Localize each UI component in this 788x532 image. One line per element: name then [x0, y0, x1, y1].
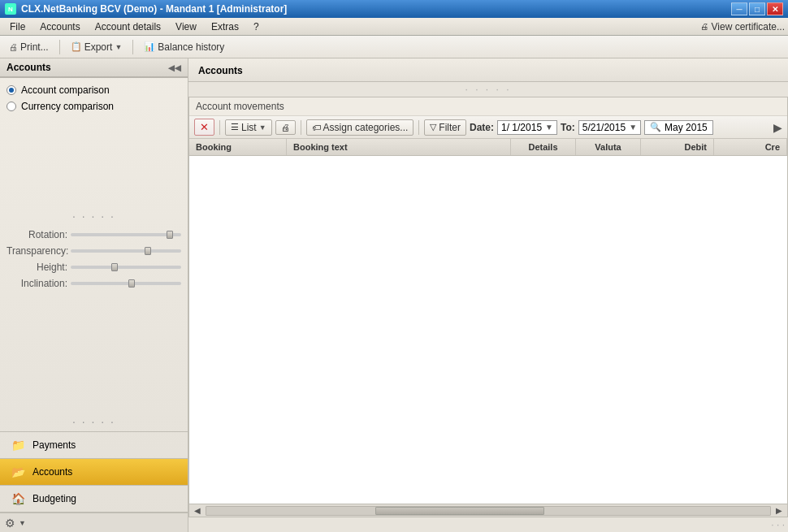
date-to-input[interactable]: 5/21/2015 ▼ [578, 120, 641, 135]
window-controls[interactable]: ─ □ ✕ [731, 2, 783, 15]
divider-dots-1: · · · · · [0, 206, 188, 226]
menu-view[interactable]: View [169, 19, 203, 34]
nav-item-payments[interactable]: 📁 Payments [0, 432, 188, 459]
minimize-button[interactable]: ─ [731, 2, 747, 15]
radio-account-comparison[interactable]: Account comparison [6, 84, 181, 96]
slider-rotation: Rotation: [6, 229, 181, 240]
scroll-left-button[interactable]: ◀ [191, 506, 204, 515]
rotation-track[interactable] [71, 233, 181, 236]
date-section: Date: 1/ 1/2015 ▼ To: 5/21/2015 ▼ 🔍 May … [470, 120, 713, 135]
radio-label-currency: Currency comparison [21, 101, 114, 112]
month-display[interactable]: 🔍 May 2015 [644, 120, 713, 135]
filter-icon: ▽ [430, 122, 436, 132]
export-dropdown-icon[interactable]: ▼ [115, 43, 122, 51]
radio-circle-account[interactable] [6, 85, 16, 95]
payments-icon: 📁 [10, 439, 26, 452]
maximize-button[interactable]: □ [749, 2, 765, 15]
filter-label: Filter [439, 122, 461, 133]
height-label: Height: [6, 262, 67, 273]
mov-sep-2 [301, 120, 301, 135]
app-icon: N [5, 3, 16, 15]
search-month-icon: 🔍 [650, 122, 661, 132]
gear-dropdown-icon[interactable]: ▼ [19, 519, 26, 527]
menu-accounts[interactable]: Accounts [33, 19, 86, 34]
inclination-thumb[interactable] [128, 279, 135, 288]
panel-collapse-icon[interactable]: ◀◀ [168, 63, 181, 72]
transparency-thumb[interactable] [145, 247, 151, 255]
balance-history-icon: 📊 [144, 41, 155, 52]
payments-folder-icon: 📁 [11, 439, 25, 452]
menu-help[interactable]: ? [247, 19, 266, 34]
certificate-icon: 🖨 [700, 22, 708, 31]
scroll-thumb[interactable] [375, 507, 544, 515]
date-label: Date: [470, 122, 494, 133]
rotation-thumb[interactable] [167, 231, 173, 239]
view-certificate-btn[interactable]: 🖨 View certificate... [700, 21, 785, 32]
nav-item-budgeting[interactable]: 🏠 Budgeting [0, 486, 188, 513]
slider-height: Height: [6, 262, 181, 273]
table-header: Booking Booking text Details Valuta Debi… [189, 139, 787, 156]
list-dropdown-icon[interactable]: ▼ [259, 123, 266, 132]
height-track[interactable] [71, 266, 181, 269]
balance-history-button[interactable]: 📊 Balance history [138, 39, 230, 55]
toolbar-separator-2 [132, 40, 133, 54]
accounts-nav-label: Accounts [32, 466, 72, 478]
title-text: CLX.NetBanking BCV (Demo) - Mandant 1 [A… [21, 3, 287, 15]
assign-categories-button[interactable]: 🏷 Assign categories... [306, 119, 414, 136]
right-panel-title: Accounts [198, 65, 243, 76]
radio-currency-comparison[interactable]: Currency comparison [6, 101, 181, 112]
date-from-input[interactable]: 1/ 1/2015 ▼ [497, 120, 557, 135]
right-dots-separator: · · · · · [188, 82, 788, 97]
slider-transparency: Transparency: [6, 245, 181, 257]
list-button[interactable]: ☰ List ▼ [225, 119, 272, 136]
scroll-right-icon[interactable]: ▶ [773, 121, 782, 134]
panel-title: Accounts [6, 62, 51, 73]
filter-button[interactable]: ▽ Filter [424, 119, 466, 136]
inclination-label: Inclination: [6, 278, 67, 289]
radio-label-account: Account comparison [21, 84, 110, 96]
account-movements-panel: Account movements ✕ ☰ List ▼ 🖨 [188, 97, 788, 517]
scroll-track[interactable] [206, 506, 771, 516]
close-button[interactable]: ✕ [767, 2, 783, 15]
print-button[interactable]: 🖨 Print... [3, 39, 54, 55]
date-to-dropdown-icon[interactable]: ▼ [629, 123, 637, 132]
nav-item-accounts[interactable]: 📂 Accounts [0, 459, 188, 486]
radio-circle-currency[interactable] [6, 102, 16, 111]
list-label: List [241, 122, 257, 133]
menu-extras[interactable]: Extras [205, 19, 245, 34]
th-debit: Debit [641, 139, 714, 155]
horizontal-scrollbar[interactable]: ◀ ▶ [189, 504, 787, 517]
payments-label: Payments [32, 439, 76, 451]
inclination-track[interactable] [71, 282, 181, 285]
assign-label: Assign categories... [323, 122, 409, 133]
to-label: To: [561, 122, 575, 133]
left-panel: Accounts ◀◀ Account comparison Currency … [0, 58, 188, 532]
movements-label-text: Account movements [196, 101, 284, 112]
scroll-right-button[interactable]: ▶ [773, 506, 786, 515]
date-to-value: 5/21/2015 [582, 122, 626, 133]
height-thumb[interactable] [111, 263, 118, 271]
date-from-dropdown-icon[interactable]: ▼ [545, 123, 553, 132]
print-list-button[interactable]: 🖨 [275, 120, 296, 135]
divider-dots-2: · · · · · [0, 412, 188, 431]
main-layout: Accounts ◀◀ Account comparison Currency … [0, 58, 788, 532]
menu-account-details[interactable]: Account details [89, 19, 167, 34]
export-label: Export [84, 41, 113, 53]
accounts-nav-icon: 📂 [10, 465, 26, 478]
budgeting-icon: 🏠 [10, 492, 26, 505]
house-icon: 🏠 [11, 492, 25, 505]
gear-icon[interactable]: ⚙ [5, 517, 15, 530]
month-value: May 2015 [665, 122, 708, 133]
sliders-section: Rotation: Transparency: Height: Inclinat… [0, 226, 188, 297]
transparency-label: Transparency: [6, 245, 67, 257]
date-from-value: 1/ 1/2015 [501, 122, 542, 133]
budgeting-label: Budgeting [32, 493, 76, 504]
transparency-track[interactable] [71, 249, 181, 253]
delete-button[interactable]: ✕ [194, 119, 214, 136]
movements-toolbar: ✕ ☰ List ▼ 🖨 🏷 Assign categories... [189, 116, 787, 139]
movements-label: Account movements [189, 97, 787, 116]
menu-file[interactable]: File [3, 19, 32, 34]
export-button[interactable]: 📋 Export ▼ [65, 39, 128, 55]
th-booking: Booking [189, 139, 287, 155]
title-bar: N CLX.NetBanking BCV (Demo) - Mandant 1 … [0, 0, 788, 18]
